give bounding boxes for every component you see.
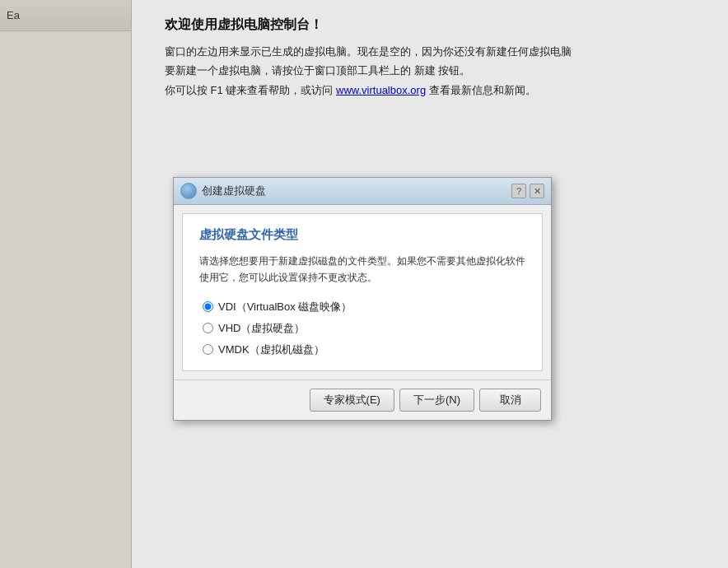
left-panel-label: Ea [7, 9, 20, 21]
left-panel-top: Ea [0, 0, 131, 31]
welcome-line3: 你可以按 F1 键来查看帮助，或访问 www.virtualbox.org 查看… [165, 81, 712, 100]
left-panel: Ea [0, 0, 132, 568]
next-button[interactable]: 下一步(N) [399, 389, 474, 412]
welcome-title: 欢迎使用虚拟电脑控制台！ [165, 16, 712, 34]
welcome-line3-suffix: 查看最新信息和新闻。 [426, 84, 536, 96]
welcome-line3-prefix: 你可以按 F1 键来查看帮助，或访问 [165, 84, 336, 96]
radio-vmdk[interactable]: VMDK（虚拟机磁盘） [203, 342, 525, 357]
radio-vhd[interactable]: VHD（虚拟硬盘） [203, 321, 525, 336]
radio-vmdk-label: VMDK（虚拟机磁盘） [218, 342, 324, 357]
radio-vdi-input[interactable] [203, 301, 213, 312]
virtualbox-link[interactable]: www.virtualbox.org [336, 84, 426, 96]
radio-vdi[interactable]: VDI（VirtualBox 磁盘映像） [203, 300, 525, 314]
dialog-icon [180, 183, 197, 199]
section-desc: 请选择您想要用于新建虚拟磁盘的文件类型。如果您不需要其他虚拟化软件使用它，您可以… [199, 253, 525, 286]
dialog-footer: 专家模式(E) 下一步(N) 取消 [174, 379, 551, 420]
cancel-button[interactable]: 取消 [479, 389, 541, 412]
dialog-body: 虚拟硬盘文件类型 请选择您想要用于新建虚拟磁盘的文件类型。如果您不需要其他虚拟化… [182, 213, 543, 371]
close-button[interactable]: ✕ [530, 184, 544, 198]
dialog-titlebar-controls: ? ✕ [511, 184, 544, 198]
dialog-titlebar: 创建虚拟硬盘 ? ✕ [174, 178, 551, 205]
welcome-text: 窗口的左边用来显示已生成的虚拟电脑。现在是空的，因为你还没有新建任何虚拟电脑 要… [165, 42, 712, 100]
welcome-line1: 窗口的左边用来显示已生成的虚拟电脑。现在是空的，因为你还没有新建任何虚拟电脑 [165, 42, 712, 61]
expert-mode-button[interactable]: 专家模式(E) [310, 389, 394, 412]
welcome-line2: 要新建一个虚拟电脑，请按位于窗口顶部工具栏上的 新建 按钮。 [165, 61, 712, 80]
file-type-radio-group: VDI（VirtualBox 磁盘映像） VHD（虚拟硬盘） VMDK（虚拟机磁… [203, 300, 525, 357]
dialog-title-text: 创建虚拟硬盘 [202, 184, 266, 198]
radio-vdi-label: VDI（VirtualBox 磁盘映像） [218, 300, 352, 314]
radio-vmdk-input[interactable] [203, 344, 213, 355]
help-button[interactable]: ? [511, 184, 526, 198]
create-disk-dialog: 创建虚拟硬盘 ? ✕ 虚拟硬盘文件类型 请选择您想要用于新建虚拟磁盘的文件类型。… [173, 177, 552, 421]
radio-vhd-input[interactable] [203, 323, 213, 333]
section-title: 虚拟硬盘文件类型 [199, 227, 525, 243]
dialog-titlebar-left: 创建虚拟硬盘 [180, 183, 266, 199]
radio-vhd-label: VHD（虚拟硬盘） [218, 321, 305, 336]
